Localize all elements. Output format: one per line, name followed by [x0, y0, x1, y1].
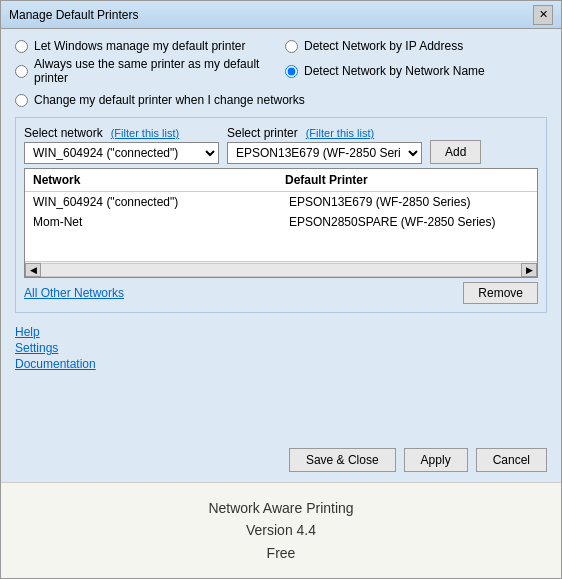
- network-section: Select network (Filter this list) WIN_60…: [15, 117, 547, 313]
- scroll-left-button[interactable]: ◀: [25, 263, 41, 277]
- main-content: Let Windows manage my default printer De…: [1, 29, 561, 482]
- all-other-networks-link[interactable]: All Other Networks: [24, 286, 124, 300]
- radio-always-same[interactable]: [15, 65, 28, 78]
- table-row[interactable]: Mom-Net EPSON2850SPARE (WF-2850 Series): [25, 212, 537, 232]
- network-select[interactable]: WIN_604924 ("connected"): [24, 142, 219, 164]
- radio-change-when[interactable]: [15, 94, 28, 107]
- network-select-label-row: Select network (Filter this list): [24, 126, 219, 140]
- horizontal-scrollbar[interactable]: ◀ ▶: [25, 261, 537, 277]
- col1-header: Network: [29, 171, 281, 189]
- radio-options: Let Windows manage my default printer De…: [15, 39, 547, 85]
- radio-change-when-label: Change my default printer when I change …: [34, 93, 305, 107]
- table-cell-network-2: Mom-Net: [25, 213, 281, 231]
- table-body: WIN_604924 ("connected") EPSON13E679 (WF…: [25, 192, 537, 232]
- radio-let-windows[interactable]: [15, 40, 28, 53]
- radio-detect-name-row: Detect Network by Network Name: [285, 57, 547, 85]
- col2-header: Default Printer: [281, 171, 533, 189]
- footer-line1: Network Aware Printing: [208, 500, 353, 516]
- radio-always-same-label: Always use the same printer as my defaul…: [34, 57, 277, 85]
- radio-detect-name-label: Detect Network by Network Name: [304, 64, 485, 78]
- footer: Network Aware Printing Version 4.4 Free: [1, 482, 561, 578]
- apply-button[interactable]: Apply: [404, 448, 468, 472]
- printer-select-label-row: Select printer (Filter this list): [227, 126, 422, 140]
- close-button[interactable]: ✕: [533, 5, 553, 25]
- select-row: Select network (Filter this list) WIN_60…: [24, 126, 538, 164]
- manage-printers-window: Manage Default Printers ✕ Let Windows ma…: [0, 0, 562, 579]
- save-close-button[interactable]: Save & Close: [289, 448, 396, 472]
- radio-detect-ip-row: Detect Network by IP Address: [285, 39, 547, 53]
- network-printer-table: Network Default Printer WIN_604924 ("con…: [24, 168, 538, 278]
- radio-detect-ip[interactable]: [285, 40, 298, 53]
- remove-button[interactable]: Remove: [463, 282, 538, 304]
- printer-select-col: Select printer (Filter this list) EPSON1…: [227, 126, 422, 164]
- printer-select[interactable]: EPSON13E679 (WF-2850 Series): [227, 142, 422, 164]
- table-header: Network Default Printer: [25, 169, 537, 192]
- network-select-col: Select network (Filter this list) WIN_60…: [24, 126, 219, 164]
- radio-detect-name[interactable]: [285, 65, 298, 78]
- scroll-right-button[interactable]: ▶: [521, 263, 537, 277]
- links-section: Help Settings Documentation: [15, 325, 547, 371]
- help-link[interactable]: Help: [15, 325, 547, 339]
- footer-text: Network Aware Printing Version 4.4 Free: [9, 497, 553, 564]
- scroll-track[interactable]: [41, 263, 521, 277]
- select-printer-label: Select printer: [227, 126, 298, 140]
- radio-let-windows-label: Let Windows manage my default printer: [34, 39, 245, 53]
- add-button[interactable]: Add: [430, 140, 481, 164]
- window-title: Manage Default Printers: [9, 8, 138, 22]
- table-row[interactable]: WIN_604924 ("connected") EPSON13E679 (WF…: [25, 192, 537, 212]
- radio-detect-ip-label: Detect Network by IP Address: [304, 39, 463, 53]
- footer-line2: Version 4.4: [246, 522, 316, 538]
- other-networks-row: All Other Networks Remove: [24, 282, 538, 304]
- footer-line3: Free: [267, 545, 296, 561]
- bottom-buttons: Save & Close Apply Cancel: [15, 440, 547, 472]
- table-cell-printer-1: EPSON13E679 (WF-2850 Series): [281, 193, 537, 211]
- cancel-button[interactable]: Cancel: [476, 448, 547, 472]
- radio-always-same-row: Always use the same printer as my defaul…: [15, 57, 277, 85]
- radio-let-windows-row: Let Windows manage my default printer: [15, 39, 277, 53]
- settings-link[interactable]: Settings: [15, 341, 547, 355]
- documentation-link[interactable]: Documentation: [15, 357, 547, 371]
- filter-network-link[interactable]: (Filter this list): [111, 127, 179, 139]
- title-bar: Manage Default Printers ✕: [1, 1, 561, 29]
- table-cell-network-1: WIN_604924 ("connected"): [25, 193, 281, 211]
- filter-printer-link[interactable]: (Filter this list): [306, 127, 374, 139]
- radio-change-when-row: Change my default printer when I change …: [15, 93, 547, 107]
- table-cell-printer-2: EPSON2850SPARE (WF-2850 Series): [281, 213, 537, 231]
- select-network-label: Select network: [24, 126, 103, 140]
